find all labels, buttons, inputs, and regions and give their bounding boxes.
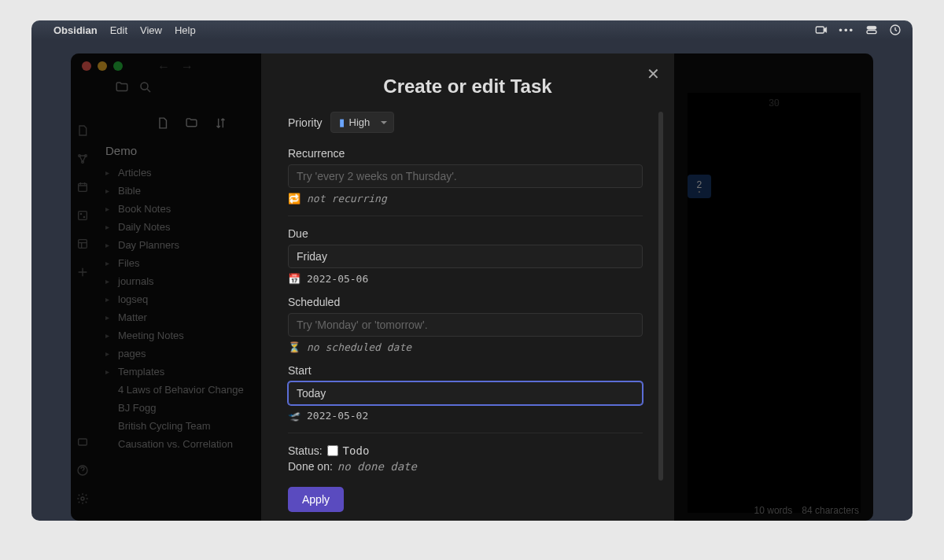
- divider2: [288, 433, 643, 433]
- app-window: ← → Demo ▸Articles▸Bible▸Book Notes▸Dail…: [71, 53, 873, 521]
- task-modal: ✕ Create or edit Task Priority ▮ High Re…: [261, 53, 674, 521]
- menu-view[interactable]: View: [140, 24, 162, 36]
- desktop-background: ← → Demo ▸Articles▸Bible▸Book Notes▸Dail…: [31, 39, 913, 521]
- recurrence-icon: 🔁: [288, 193, 301, 204]
- start-field: Start 🛫 2022-05-02: [288, 364, 643, 422]
- mac-menubar: Obsidian Edit View Help •••: [31, 20, 913, 39]
- scheduled-field: Scheduled ⏳ no scheduled date: [288, 296, 643, 353]
- start-hint: 🛫 2022-05-02: [288, 410, 643, 422]
- svg-rect-1: [867, 26, 876, 29]
- due-hint: 📅 2022-05-06: [288, 273, 643, 285]
- calendar-emoji-icon: 📅: [288, 273, 301, 285]
- menu-help[interactable]: Help: [175, 24, 196, 36]
- recurrence-label: Recurrence: [288, 147, 643, 160]
- svg-rect-2: [867, 31, 876, 34]
- scheduled-hint: ⏳ no scheduled date: [288, 341, 643, 353]
- recurrence-hint: 🔁 not recurring: [288, 193, 643, 204]
- app-name[interactable]: Obsidian: [53, 24, 98, 36]
- priority-flag-icon: ▮: [339, 116, 345, 128]
- status-checkbox[interactable]: [327, 445, 338, 456]
- done-label: Done on:: [288, 460, 333, 473]
- scheduled-label: Scheduled: [288, 296, 643, 308]
- due-label: Due: [288, 227, 643, 240]
- due-input[interactable]: [288, 245, 643, 268]
- svg-rect-0: [817, 27, 824, 33]
- start-input[interactable]: [288, 381, 643, 405]
- priority-value: High: [349, 116, 371, 128]
- airplane-icon: 🛫: [288, 410, 301, 422]
- priority-select[interactable]: ▮ High: [330, 112, 395, 133]
- apply-button[interactable]: Apply: [288, 487, 344, 512]
- more-icon[interactable]: •••: [839, 24, 854, 36]
- status-label: Status:: [288, 444, 323, 457]
- status-value: Todo: [343, 444, 370, 457]
- done-row: Done on: no done date: [288, 460, 643, 473]
- start-label: Start: [288, 364, 643, 377]
- recurrence-field: Recurrence 🔁 not recurring: [288, 147, 643, 204]
- divider: [288, 216, 643, 216]
- control-center-icon[interactable]: [865, 24, 878, 36]
- done-value: no done date: [337, 460, 417, 473]
- modal-title: Create or edit Task: [288, 76, 647, 98]
- priority-label: Priority: [288, 116, 323, 129]
- clock-icon[interactable]: [889, 24, 902, 36]
- due-field: Due 📅 2022-05-06: [288, 227, 643, 285]
- recurrence-input[interactable]: [288, 164, 643, 188]
- menubar-right: •••: [815, 24, 902, 36]
- menu-edit[interactable]: Edit: [110, 24, 127, 36]
- screen-record-icon[interactable]: [815, 24, 828, 36]
- hourglass-icon: ⏳: [288, 341, 301, 353]
- priority-row: Priority ▮ High: [288, 112, 643, 133]
- close-icon[interactable]: ✕: [647, 64, 660, 83]
- status-row: Status: Todo: [288, 444, 643, 457]
- scheduled-input[interactable]: [288, 313, 643, 337]
